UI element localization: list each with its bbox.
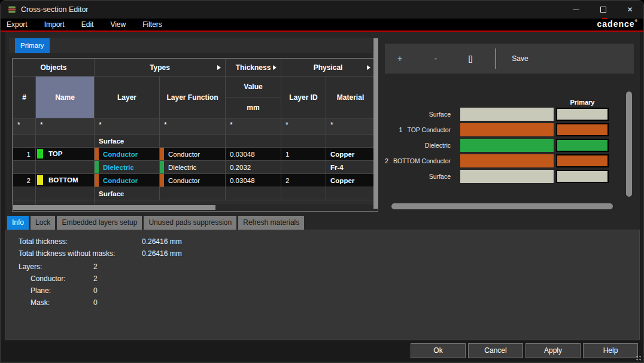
stack-vscrollbar[interactable] <box>626 91 632 197</box>
conductor-chip <box>95 148 99 160</box>
tab-info[interactable]: Info <box>7 216 29 230</box>
types-expand-icon[interactable] <box>217 65 221 70</box>
stack-hscrollbar[interactable] <box>391 203 613 209</box>
info-conductor: Conductor: 2 <box>6 273 639 285</box>
table-row-surface-top: Surface <box>13 135 375 148</box>
menu-export[interactable]: Export <box>1 19 36 30</box>
menu-view[interactable]: View <box>102 19 134 30</box>
col-group-physical[interactable]: Physical <box>281 59 375 77</box>
menu-filters[interactable]: Filters <box>134 19 171 30</box>
info-plane: Plane: 0 <box>6 285 639 297</box>
stack-bar-wide[interactable] <box>460 139 554 152</box>
filter-cell[interactable]: * <box>281 118 326 135</box>
value-cell[interactable]: 0.2032 <box>226 161 281 174</box>
col-header-material[interactable]: Material <box>326 77 375 118</box>
table-row-top-conductor: 1 TOP Conductor Conductor 0.03048 1 Copp… <box>13 148 375 161</box>
value-cell[interactable]: 0.03048 <box>226 148 281 161</box>
dielectric-chip <box>95 161 99 173</box>
physical-expand-icon[interactable] <box>367 65 370 70</box>
col-header-layer-function[interactable]: Layer Function <box>160 77 226 118</box>
ok-button[interactable]: Ok <box>411 343 466 358</box>
layer-function-cell[interactable]: Conductor <box>160 148 226 161</box>
filter-cell[interactable]: * <box>160 118 226 135</box>
stack-bar-primary[interactable] <box>556 170 609 183</box>
minimize-button[interactable] <box>563 1 590 19</box>
tab-unused-pads-suppression[interactable]: Unused pads suppression <box>144 216 236 230</box>
stack-bar-primary[interactable] <box>556 139 609 152</box>
stack-row-surface-bottom: Surface <box>384 170 611 183</box>
plane-count: 0 <box>93 285 98 297</box>
left-edge <box>1 32 5 363</box>
layer-cell[interactable]: Surface <box>95 187 160 200</box>
title-bar: Cross-section Editor ✕ <box>1 1 643 19</box>
table-hscrollbar-thumb[interactable] <box>13 205 215 210</box>
tab-embedded-layers-setup[interactable]: Embedded layers setup <box>57 216 142 230</box>
tab-primary[interactable]: Primary <box>15 38 50 53</box>
layer-id-cell[interactable]: 1 <box>281 148 326 161</box>
filter-cell[interactable]: * <box>13 118 36 135</box>
menu-import[interactable]: Import <box>36 19 73 30</box>
row-num-cell[interactable]: 1 <box>13 148 36 161</box>
col-header-layer-id[interactable]: Layer ID <box>281 77 326 118</box>
cancel-button[interactable]: Cancel <box>468 343 523 358</box>
name-cell[interactable]: BOTTOM <box>36 174 95 187</box>
add-layer-button[interactable]: + <box>391 44 409 74</box>
col-group-thickness[interactable]: Thickness <box>226 59 281 77</box>
app-layers-icon <box>7 5 17 14</box>
close-button[interactable]: ✕ <box>616 1 643 19</box>
row-num-cell[interactable]: 2 <box>13 174 36 187</box>
conductor-chip <box>95 174 99 187</box>
material-cell[interactable]: Copper <box>326 148 375 161</box>
stack-bar-primary[interactable] <box>556 154 609 167</box>
table-hscrollbar-track[interactable] <box>13 205 378 211</box>
stack-label: Surface <box>384 173 451 180</box>
apply-button[interactable]: Apply <box>525 343 581 358</box>
col-header-unit-mm[interactable]: mm <box>226 97 281 118</box>
brackets-button[interactable]: [] <box>461 44 479 74</box>
info-total-thickness: Total thickness: 0.26416 mm <box>6 236 639 248</box>
maximize-button[interactable] <box>590 1 616 19</box>
filter-cell[interactable]: * <box>95 118 160 135</box>
stack-bar-primary[interactable] <box>556 108 609 121</box>
remove-layer-button[interactable]: - <box>427 44 445 74</box>
total-thickness-value: 0.26416 mm <box>142 236 182 248</box>
stack-bar-wide[interactable] <box>460 108 554 121</box>
sheet-tab-strip: Primary <box>9 38 372 53</box>
thickness-expand-icon[interactable] <box>273 65 277 70</box>
help-button[interactable]: Help <box>583 343 638 358</box>
resize-grip[interactable] <box>636 355 642 361</box>
value-cell[interactable]: 0.03048 <box>226 174 281 187</box>
layer-cell[interactable]: Conductor <box>95 174 160 187</box>
name-cell[interactable]: TOP <box>36 148 95 161</box>
layer-cell[interactable]: Dielectric <box>95 161 160 174</box>
layer-id-cell[interactable]: 2 <box>281 174 326 187</box>
col-group-types[interactable]: Types <box>95 59 226 77</box>
layer-cell[interactable]: Surface <box>95 135 160 148</box>
layer-cell[interactable]: Conductor <box>95 148 160 161</box>
save-button[interactable]: Save <box>505 44 536 74</box>
material-cell[interactable]: Copper <box>326 174 375 187</box>
layer-function-cell[interactable]: Conductor <box>160 174 226 187</box>
stack-row-dielectric: Dielectric <box>384 139 611 152</box>
layer-function-cell[interactable]: Dielectric <box>160 161 226 174</box>
cross-section-editor-window: Cross-section Editor ✕ Export Import Edi… <box>0 0 644 363</box>
stack-bar-wide[interactable] <box>460 170 554 183</box>
stack-label: Dielectric <box>384 142 451 149</box>
filter-cell[interactable]: * <box>326 118 375 135</box>
col-header-layer[interactable]: Layer <box>95 77 160 118</box>
col-header-value[interactable]: Value <box>226 77 281 97</box>
stack-bar-primary[interactable] <box>556 123 609 136</box>
filter-cell[interactable]: * <box>226 118 281 135</box>
tab-refresh-materials[interactable]: Refresh materials <box>238 216 304 230</box>
tab-lock[interactable]: Lock <box>31 216 55 230</box>
col-header-num[interactable]: # <box>13 77 36 118</box>
col-group-objects[interactable]: Objects <box>13 59 95 77</box>
menu-edit[interactable]: Edit <box>73 19 102 30</box>
filter-cell[interactable]: * <box>36 118 95 135</box>
table-vscrollbar[interactable] <box>373 38 378 209</box>
col-header-name[interactable]: Name <box>36 77 95 118</box>
table-row-bottom-conductor: 2 BOTTOM Conductor Conductor 0.03048 2 C… <box>13 174 375 187</box>
stack-bar-wide[interactable] <box>460 154 554 167</box>
material-cell[interactable]: Fr-4 <box>326 161 375 174</box>
stack-bar-wide[interactable] <box>460 123 554 136</box>
